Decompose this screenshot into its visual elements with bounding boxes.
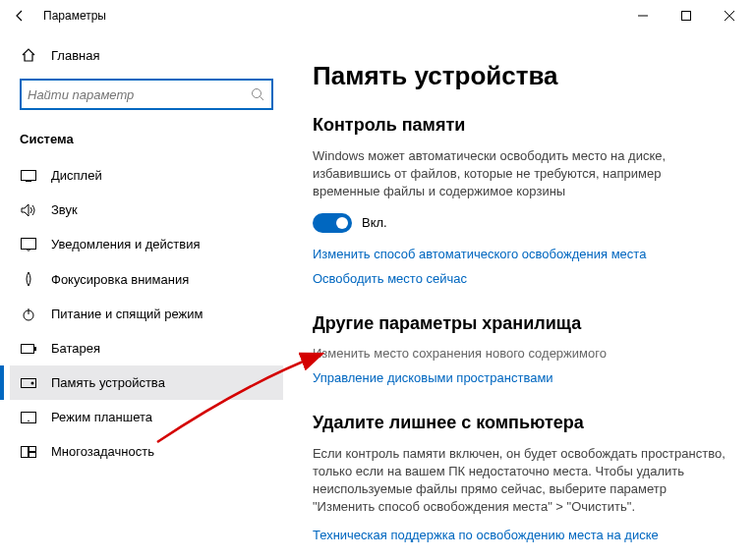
search-icon xyxy=(250,86,265,102)
svg-point-14 xyxy=(28,420,29,421)
minimize-button[interactable] xyxy=(621,0,665,31)
sidebar-item-label: Батарея xyxy=(51,341,100,356)
arrow-left-icon xyxy=(13,9,27,23)
sidebar-item-tablet[interactable]: Режим планшета xyxy=(10,400,283,434)
battery-icon xyxy=(20,344,37,354)
svg-point-12 xyxy=(31,381,34,384)
sidebar-item-power[interactable]: Питание и спящий режим xyxy=(10,297,283,331)
section-cleanup: Удалите лишнее с компьютера Если контрол… xyxy=(313,413,735,543)
cleanup-title: Удалите лишнее с компьютера xyxy=(313,413,735,433)
sidebar-item-label: Режим планшета xyxy=(51,410,152,424)
link-free-now[interactable]: Освободить место сейчас xyxy=(313,271,735,286)
storage-sense-title: Контроль памяти xyxy=(313,115,735,136)
toggle-label: Вкл. xyxy=(362,215,387,230)
svg-point-2 xyxy=(253,89,261,98)
home-icon xyxy=(20,47,37,63)
focus-icon xyxy=(20,271,37,287)
close-icon xyxy=(725,11,734,21)
multitask-icon xyxy=(20,446,37,458)
sidebar-item-label: Многозадачность xyxy=(51,444,154,459)
page-title: Память устройства xyxy=(313,61,735,91)
storage-sense-toggle-row: Вкл. xyxy=(313,213,735,233)
cleanup-desc: Если контроль памяти включен, он будет о… xyxy=(313,445,726,517)
sidebar-item-label: Память устройства xyxy=(51,375,165,390)
display-icon xyxy=(20,170,37,182)
maximize-icon xyxy=(681,11,691,21)
link-change-save-location[interactable]: Изменить место сохранения нового содержи… xyxy=(313,346,735,361)
sidebar-item-sound[interactable]: Звук xyxy=(10,193,283,227)
window-title: Параметры xyxy=(43,9,106,23)
sidebar-item-label: Звук xyxy=(51,202,78,217)
sidebar-item-label: Фокусировка внимания xyxy=(51,272,189,287)
section-other-storage: Другие параметры хранилища Изменить мест… xyxy=(313,313,735,385)
sidebar-item-battery[interactable]: Батарея xyxy=(10,331,283,365)
svg-rect-9 xyxy=(22,344,34,353)
minimize-icon xyxy=(638,11,648,21)
sidebar-item-label: Уведомления и действия xyxy=(51,237,201,252)
sidebar-item-focus[interactable]: Фокусировка внимания xyxy=(10,261,283,297)
sidebar-item-label: Питание и спящий режим xyxy=(51,307,203,321)
close-button[interactable] xyxy=(708,0,751,31)
search-box[interactable] xyxy=(20,79,273,110)
search-input[interactable] xyxy=(28,87,250,102)
svg-rect-10 xyxy=(34,347,36,351)
titlebar: Параметры xyxy=(0,0,755,31)
sidebar-item-multitask[interactable]: Многозадачность xyxy=(10,434,283,469)
storage-sense-desc: Windows может автоматически освободить м… xyxy=(313,147,726,201)
sidebar-item-notifications[interactable]: Уведомления и действия xyxy=(10,227,283,261)
sidebar: Главная Система Дисплей Звук Уведомления… xyxy=(0,31,283,560)
link-change-auto-free[interactable]: Изменить способ автоматического освобожд… xyxy=(313,247,735,261)
sidebar-item-label: Дисплей xyxy=(51,168,102,183)
svg-rect-1 xyxy=(682,12,691,21)
other-storage-title: Другие параметры хранилища xyxy=(313,313,735,334)
notifications-icon xyxy=(20,238,37,252)
sidebar-home-label: Главная xyxy=(51,48,99,63)
svg-rect-16 xyxy=(29,446,36,451)
tablet-icon xyxy=(20,412,37,423)
main-content: Память устройства Контроль памяти Window… xyxy=(283,31,755,560)
maximize-button[interactable] xyxy=(665,0,708,31)
storage-icon xyxy=(20,378,37,388)
svg-rect-4 xyxy=(22,170,36,180)
power-icon xyxy=(20,308,37,321)
storage-sense-toggle[interactable] xyxy=(313,213,352,233)
link-support[interactable]: Техническая поддержка по освобождению ме… xyxy=(313,528,735,542)
svg-rect-17 xyxy=(29,452,36,457)
svg-rect-6 xyxy=(22,238,36,249)
svg-line-3 xyxy=(261,97,264,101)
sidebar-item-display[interactable]: Дисплей xyxy=(10,158,283,193)
link-manage-spaces[interactable]: Управление дисковыми пространствами xyxy=(313,370,735,385)
sidebar-home[interactable]: Главная xyxy=(10,39,283,71)
back-button[interactable] xyxy=(4,0,35,31)
sidebar-category: Система xyxy=(10,126,283,158)
section-storage-sense: Контроль памяти Windows может автоматиче… xyxy=(313,115,735,286)
svg-rect-15 xyxy=(22,446,29,457)
sidebar-item-storage[interactable]: Память устройства xyxy=(10,365,283,400)
sound-icon xyxy=(20,203,37,217)
